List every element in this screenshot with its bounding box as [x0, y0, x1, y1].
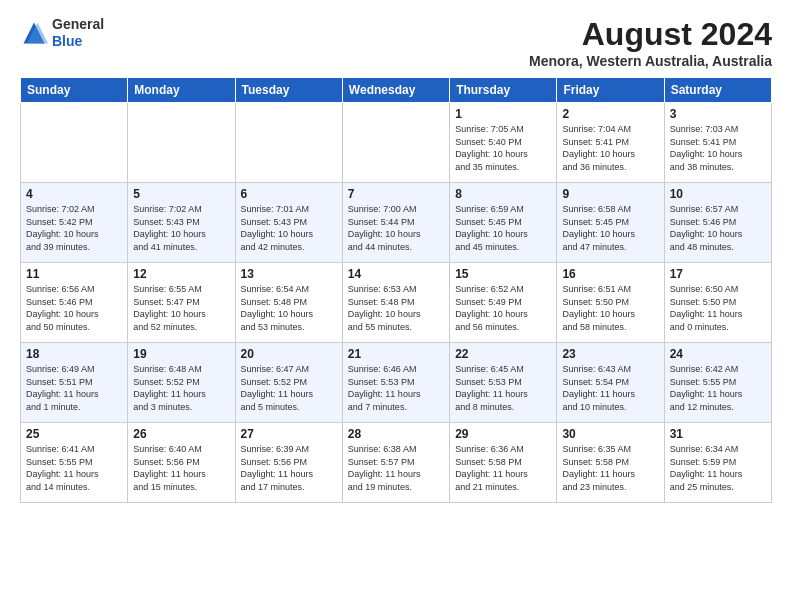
day-info: Sunrise: 6:51 AMSunset: 5:50 PMDaylight:… [562, 283, 658, 333]
calendar-cell: 2Sunrise: 7:04 AMSunset: 5:41 PMDaylight… [557, 103, 664, 183]
day-number: 30 [562, 427, 658, 441]
day-number: 12 [133, 267, 229, 281]
day-number: 17 [670, 267, 766, 281]
day-info: Sunrise: 6:34 AMSunset: 5:59 PMDaylight:… [670, 443, 766, 493]
day-number: 9 [562, 187, 658, 201]
day-info: Sunrise: 6:59 AMSunset: 5:45 PMDaylight:… [455, 203, 551, 253]
week-row-2: 4Sunrise: 7:02 AMSunset: 5:42 PMDaylight… [21, 183, 772, 263]
day-number: 8 [455, 187, 551, 201]
logo: General Blue [20, 16, 104, 50]
day-number: 26 [133, 427, 229, 441]
week-row-3: 11Sunrise: 6:56 AMSunset: 5:46 PMDayligh… [21, 263, 772, 343]
day-info: Sunrise: 6:50 AMSunset: 5:50 PMDaylight:… [670, 283, 766, 333]
calendar-cell: 16Sunrise: 6:51 AMSunset: 5:50 PMDayligh… [557, 263, 664, 343]
calendar-cell: 19Sunrise: 6:48 AMSunset: 5:52 PMDayligh… [128, 343, 235, 423]
logo-general: General [52, 16, 104, 32]
day-number: 13 [241, 267, 337, 281]
day-info: Sunrise: 7:01 AMSunset: 5:43 PMDaylight:… [241, 203, 337, 253]
day-number: 27 [241, 427, 337, 441]
day-number: 11 [26, 267, 122, 281]
calendar-cell: 11Sunrise: 6:56 AMSunset: 5:46 PMDayligh… [21, 263, 128, 343]
calendar-cell: 4Sunrise: 7:02 AMSunset: 5:42 PMDaylight… [21, 183, 128, 263]
calendar-cell: 9Sunrise: 6:58 AMSunset: 5:45 PMDaylight… [557, 183, 664, 263]
day-number: 6 [241, 187, 337, 201]
calendar-cell: 6Sunrise: 7:01 AMSunset: 5:43 PMDaylight… [235, 183, 342, 263]
day-number: 16 [562, 267, 658, 281]
title-block: August 2024 Menora, Western Australia, A… [529, 16, 772, 69]
day-number: 19 [133, 347, 229, 361]
day-info: Sunrise: 6:55 AMSunset: 5:47 PMDaylight:… [133, 283, 229, 333]
day-number: 18 [26, 347, 122, 361]
day-info: Sunrise: 6:35 AMSunset: 5:58 PMDaylight:… [562, 443, 658, 493]
day-info: Sunrise: 7:00 AMSunset: 5:44 PMDaylight:… [348, 203, 444, 253]
calendar-cell: 12Sunrise: 6:55 AMSunset: 5:47 PMDayligh… [128, 263, 235, 343]
day-number: 10 [670, 187, 766, 201]
calendar-cell [235, 103, 342, 183]
day-info: Sunrise: 6:47 AMSunset: 5:52 PMDaylight:… [241, 363, 337, 413]
day-info: Sunrise: 6:53 AMSunset: 5:48 PMDaylight:… [348, 283, 444, 333]
calendar-cell: 1Sunrise: 7:05 AMSunset: 5:40 PMDaylight… [450, 103, 557, 183]
day-info: Sunrise: 6:39 AMSunset: 5:56 PMDaylight:… [241, 443, 337, 493]
header-day-sunday: Sunday [21, 78, 128, 103]
calendar-cell: 22Sunrise: 6:45 AMSunset: 5:53 PMDayligh… [450, 343, 557, 423]
calendar-cell: 23Sunrise: 6:43 AMSunset: 5:54 PMDayligh… [557, 343, 664, 423]
day-info: Sunrise: 6:49 AMSunset: 5:51 PMDaylight:… [26, 363, 122, 413]
day-info: Sunrise: 7:05 AMSunset: 5:40 PMDaylight:… [455, 123, 551, 173]
calendar-cell: 13Sunrise: 6:54 AMSunset: 5:48 PMDayligh… [235, 263, 342, 343]
week-row-1: 1Sunrise: 7:05 AMSunset: 5:40 PMDaylight… [21, 103, 772, 183]
calendar-cell: 5Sunrise: 7:02 AMSunset: 5:43 PMDaylight… [128, 183, 235, 263]
logo-icon [20, 19, 48, 47]
day-info: Sunrise: 6:56 AMSunset: 5:46 PMDaylight:… [26, 283, 122, 333]
day-number: 31 [670, 427, 766, 441]
logo-blue: Blue [52, 33, 82, 49]
calendar-cell: 28Sunrise: 6:38 AMSunset: 5:57 PMDayligh… [342, 423, 449, 503]
header-day-tuesday: Tuesday [235, 78, 342, 103]
day-info: Sunrise: 6:54 AMSunset: 5:48 PMDaylight:… [241, 283, 337, 333]
day-number: 7 [348, 187, 444, 201]
day-number: 23 [562, 347, 658, 361]
header-day-wednesday: Wednesday [342, 78, 449, 103]
day-info: Sunrise: 6:42 AMSunset: 5:55 PMDaylight:… [670, 363, 766, 413]
calendar-cell: 18Sunrise: 6:49 AMSunset: 5:51 PMDayligh… [21, 343, 128, 423]
day-number: 3 [670, 107, 766, 121]
day-number: 5 [133, 187, 229, 201]
day-info: Sunrise: 6:46 AMSunset: 5:53 PMDaylight:… [348, 363, 444, 413]
day-info: Sunrise: 7:03 AMSunset: 5:41 PMDaylight:… [670, 123, 766, 173]
calendar-cell: 24Sunrise: 6:42 AMSunset: 5:55 PMDayligh… [664, 343, 771, 423]
day-info: Sunrise: 6:45 AMSunset: 5:53 PMDaylight:… [455, 363, 551, 413]
calendar-cell: 27Sunrise: 6:39 AMSunset: 5:56 PMDayligh… [235, 423, 342, 503]
week-row-5: 25Sunrise: 6:41 AMSunset: 5:55 PMDayligh… [21, 423, 772, 503]
calendar-cell: 10Sunrise: 6:57 AMSunset: 5:46 PMDayligh… [664, 183, 771, 263]
header-day-friday: Friday [557, 78, 664, 103]
day-info: Sunrise: 6:41 AMSunset: 5:55 PMDaylight:… [26, 443, 122, 493]
day-number: 4 [26, 187, 122, 201]
week-row-4: 18Sunrise: 6:49 AMSunset: 5:51 PMDayligh… [21, 343, 772, 423]
calendar-cell [342, 103, 449, 183]
calendar-cell: 31Sunrise: 6:34 AMSunset: 5:59 PMDayligh… [664, 423, 771, 503]
day-number: 25 [26, 427, 122, 441]
header-day-thursday: Thursday [450, 78, 557, 103]
header: General Blue August 2024 Menora, Western… [20, 16, 772, 69]
calendar-cell: 8Sunrise: 6:59 AMSunset: 5:45 PMDaylight… [450, 183, 557, 263]
day-number: 29 [455, 427, 551, 441]
day-number: 15 [455, 267, 551, 281]
calendar-cell: 17Sunrise: 6:50 AMSunset: 5:50 PMDayligh… [664, 263, 771, 343]
calendar-body: 1Sunrise: 7:05 AMSunset: 5:40 PMDaylight… [21, 103, 772, 503]
calendar-cell [128, 103, 235, 183]
day-info: Sunrise: 6:57 AMSunset: 5:46 PMDaylight:… [670, 203, 766, 253]
day-info: Sunrise: 6:36 AMSunset: 5:58 PMDaylight:… [455, 443, 551, 493]
day-info: Sunrise: 6:43 AMSunset: 5:54 PMDaylight:… [562, 363, 658, 413]
day-number: 2 [562, 107, 658, 121]
day-info: Sunrise: 6:40 AMSunset: 5:56 PMDaylight:… [133, 443, 229, 493]
day-number: 28 [348, 427, 444, 441]
calendar-cell: 26Sunrise: 6:40 AMSunset: 5:56 PMDayligh… [128, 423, 235, 503]
calendar-cell: 20Sunrise: 6:47 AMSunset: 5:52 PMDayligh… [235, 343, 342, 423]
header-day-saturday: Saturday [664, 78, 771, 103]
day-info: Sunrise: 7:04 AMSunset: 5:41 PMDaylight:… [562, 123, 658, 173]
calendar-cell: 15Sunrise: 6:52 AMSunset: 5:49 PMDayligh… [450, 263, 557, 343]
calendar-cell: 25Sunrise: 6:41 AMSunset: 5:55 PMDayligh… [21, 423, 128, 503]
calendar-cell: 3Sunrise: 7:03 AMSunset: 5:41 PMDaylight… [664, 103, 771, 183]
calendar-cell: 7Sunrise: 7:00 AMSunset: 5:44 PMDaylight… [342, 183, 449, 263]
header-day-monday: Monday [128, 78, 235, 103]
header-row: SundayMondayTuesdayWednesdayThursdayFrid… [21, 78, 772, 103]
